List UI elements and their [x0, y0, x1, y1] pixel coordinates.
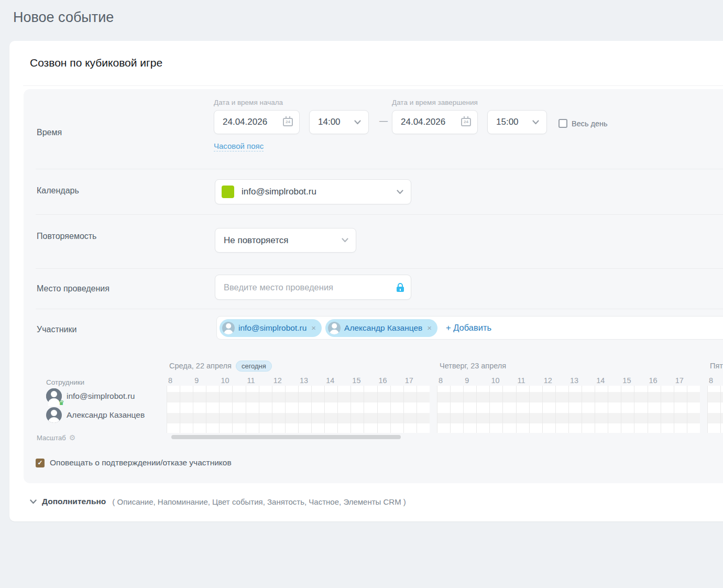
start-date-value: 24.04.2026	[214, 117, 283, 127]
notify-label: Оповещать о подтверждении/отказе участни…	[50, 458, 232, 467]
hour-label: 15	[352, 376, 378, 385]
hour-label: 11	[518, 376, 544, 385]
location-placeholder: Введите место проведения	[215, 282, 397, 292]
day-title: Среда, 22 апреля	[169, 362, 232, 370]
calendar-select[interactable]: info@simplrobot.ru	[215, 179, 411, 204]
lock-icon	[397, 283, 404, 292]
attendee-name: Александр Казанцев	[344, 323, 422, 333]
divider	[36, 268, 723, 269]
attendee-chip[interactable]: Александр Казанцев ×	[325, 319, 437, 337]
remove-attendee-icon[interactable]: ×	[311, 323, 316, 332]
repeat-row-label: Повторяемость	[37, 232, 96, 241]
today-badge: сегодня	[236, 361, 272, 372]
hour-label: 16	[379, 376, 405, 385]
employee-name: Александр Казанцев	[67, 410, 145, 420]
divider	[36, 309, 723, 309]
gear-icon[interactable]: ⚙	[69, 434, 76, 441]
attendee-name: info@simplrobot.ru	[238, 323, 306, 333]
repeat-select[interactable]: Не повторяется	[215, 228, 356, 253]
hour-label: 13	[300, 376, 326, 385]
event-title[interactable]: Созвон по кубиковой игре	[30, 57, 162, 69]
calendar-icon[interactable]: 24	[461, 118, 471, 126]
additional-label: Дополнительно	[42, 497, 106, 506]
chevron-down-icon	[30, 499, 37, 504]
scale-label: Масштаб	[37, 434, 66, 442]
hour-labels: 891011121314151617	[167, 373, 430, 385]
end-date-input[interactable]: 24.04.2026 24	[392, 110, 478, 134]
chevron-down-icon	[397, 190, 403, 194]
end-date-value: 24.04.2026	[392, 117, 461, 127]
scale-control[interactable]: Масштаб ⚙	[37, 434, 75, 442]
day-grid[interactable]	[707, 386, 723, 433]
hour-label: 10	[221, 376, 247, 385]
new-event-card: Созвон по кубиковой игре Время Дата и вр…	[9, 41, 723, 521]
calendar-select-value: info@simplrobot.ru	[242, 187, 397, 197]
employee-name: info@simplrobot.ru	[67, 391, 135, 401]
owner-crown-icon: ♛	[58, 399, 64, 406]
day-title: Пятница	[710, 362, 723, 370]
calendar-color-swatch	[222, 186, 234, 198]
hour-label: 12	[544, 376, 570, 385]
hour-labels: 891011121314151617	[437, 373, 700, 385]
chevron-down-icon	[532, 120, 539, 125]
start-datetime-label: Дата и время начала	[214, 99, 283, 106]
additional-items[interactable]: ( Описание, Напоминание, Цвет события, З…	[112, 497, 406, 506]
divider	[23, 85, 723, 86]
end-datetime-label: Дата и время завершения	[392, 99, 478, 106]
attendees-field[interactable]: info@simplrobot.ru × Александр Казанцев …	[216, 316, 723, 340]
all-day-toggle[interactable]: Весь день	[558, 119, 608, 128]
start-date-input[interactable]: 24.04.2026 24	[214, 110, 300, 134]
horizontal-scrollbar[interactable]	[171, 435, 401, 439]
divider	[36, 214, 723, 215]
notify-checkbox[interactable]: ✓	[36, 459, 45, 467]
attendees-row-label: Участники	[37, 325, 76, 334]
calendar-row-label: Календарь	[37, 186, 79, 195]
hour-label: 9	[194, 376, 221, 385]
user-avatar-icon	[328, 322, 341, 334]
hour-label: 14	[326, 376, 352, 385]
attendee-chip[interactable]: info@simplrobot.ru ×	[220, 319, 322, 337]
remove-attendee-icon[interactable]: ×	[427, 323, 432, 332]
hour-label: 8	[709, 376, 723, 385]
date-range-dash: —	[376, 116, 391, 126]
hour-label: 13	[570, 376, 596, 385]
employee-row: Александр Казанцев	[46, 407, 145, 423]
day-column: Пятница 8	[707, 358, 723, 433]
all-day-label: Весь день	[572, 119, 608, 128]
hour-label: 11	[247, 376, 273, 385]
location-input[interactable]: Введите место проведения	[215, 275, 411, 300]
end-time-select[interactable]: 15:00	[487, 110, 547, 134]
hour-label: 10	[491, 376, 517, 385]
repeat-select-value: Не повторяется	[224, 235, 342, 246]
hour-label: 16	[649, 376, 675, 385]
add-attendee-button[interactable]: + Добавить	[446, 323, 491, 333]
divider	[36, 169, 723, 169]
day-title: Четверг, 23 апреля	[440, 362, 506, 370]
user-avatar-icon: ♛	[46, 388, 62, 404]
user-avatar-icon	[222, 322, 235, 334]
day-grid[interactable]	[437, 386, 700, 433]
hour-label: 8	[168, 376, 194, 385]
time-row-label: Время	[37, 128, 62, 137]
hour-label: 9	[465, 376, 491, 385]
end-time-value: 15:00	[488, 117, 532, 127]
hour-label: 17	[675, 376, 700, 385]
all-day-checkbox[interactable]	[558, 119, 567, 128]
hour-labels: 8	[707, 373, 723, 385]
hour-label: 17	[405, 376, 430, 385]
day-grid[interactable]	[167, 386, 430, 433]
additional-section-toggle[interactable]: Дополнительно ( Описание, Напоминание, Ц…	[30, 497, 406, 506]
chevron-down-icon	[342, 238, 348, 243]
hour-label: 15	[622, 376, 649, 385]
availability-grid: Среда, 22 апреля сегодня 891011121314151…	[167, 358, 723, 433]
event-form-panel: Время Дата и время начала Дата и время з…	[24, 89, 723, 483]
employee-row: ♛ info@simplrobot.ru	[46, 388, 135, 404]
location-row-label: Место проведения	[37, 284, 109, 293]
day-column: Среда, 22 апреля сегодня 891011121314151…	[167, 358, 430, 433]
timezone-link[interactable]: Часовой пояс	[214, 141, 264, 151]
start-time-select[interactable]: 14:00	[309, 110, 369, 134]
start-time-value: 14:00	[310, 117, 354, 127]
calendar-icon[interactable]: 24	[283, 118, 293, 126]
notify-toggle[interactable]: ✓ Оповещать о подтверждении/отказе участ…	[36, 458, 232, 467]
chevron-down-icon	[354, 120, 361, 125]
